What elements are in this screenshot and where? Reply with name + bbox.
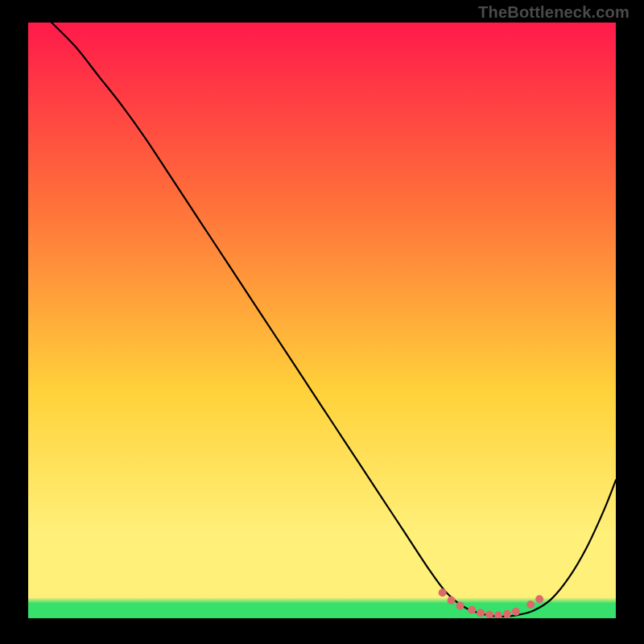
gradient-background bbox=[28, 23, 616, 618]
valley-marker bbox=[526, 601, 535, 609]
valley-marker bbox=[503, 610, 511, 618]
valley-marker bbox=[535, 595, 543, 603]
valley-marker bbox=[456, 601, 464, 609]
valley-marker bbox=[448, 597, 456, 605]
chart-frame: TheBottleneck.com bbox=[0, 0, 644, 644]
valley-marker bbox=[439, 588, 447, 597]
plot-svg bbox=[28, 23, 616, 618]
valley-marker bbox=[512, 608, 520, 616]
valley-marker bbox=[468, 606, 476, 614]
watermark-text: TheBottleneck.com bbox=[478, 3, 630, 22]
valley-marker bbox=[477, 609, 485, 617]
bottleneck-plot bbox=[28, 23, 616, 618]
